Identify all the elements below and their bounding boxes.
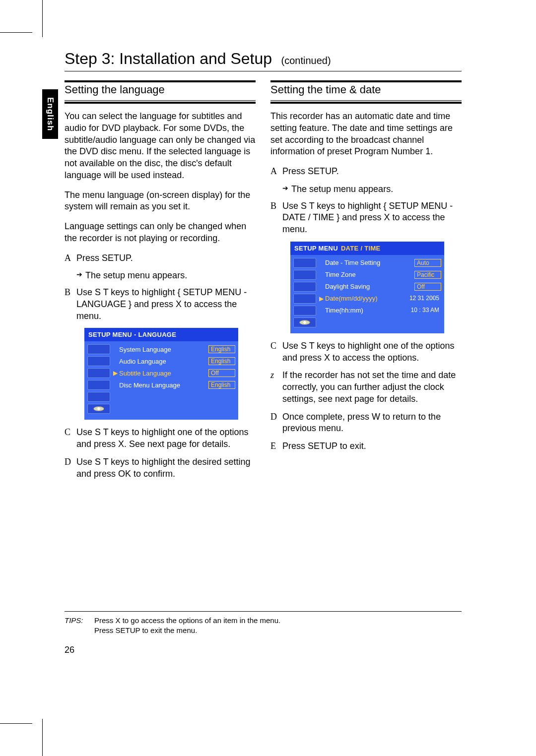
step-text: Press SETUP. — [76, 252, 256, 264]
osd-label: Date - Time Setting — [325, 259, 414, 266]
step-text: Use S T keys to highlight one of the opt… — [282, 340, 462, 364]
right-step-e: E Press SETUP to exit. — [270, 441, 462, 452]
osd-header: SETUP MENU DATE / TIME — [290, 242, 444, 255]
osd-label: Subtitle Language — [119, 370, 208, 377]
osd-row: Time Zone Pacific — [319, 269, 441, 281]
right-bullet: z If the recorder has not set the time a… — [270, 370, 462, 405]
right-column: Setting the time & date This recorder ha… — [270, 80, 462, 486]
osd-value: 12 31 2005 — [407, 295, 441, 303]
osd-header-a: SETUP MENU — [294, 245, 338, 252]
step-letter: C — [65, 427, 76, 450]
osd-label: System Language — [119, 346, 208, 353]
step-text: Press SETUP. — [282, 166, 462, 178]
page-title: Step 3: Installation and Setup — [65, 50, 272, 67]
language-tab-label: English — [45, 97, 55, 131]
disc-icon — [87, 404, 110, 414]
step-text: Use S T keys to highlight the desired se… — [76, 456, 256, 480]
selection-triangle-icon: ▶ — [319, 295, 325, 302]
step-letter: B — [65, 287, 76, 322]
right-heading: Setting the time & date — [270, 83, 462, 98]
right-para-1: This recorder has an automatic date and … — [270, 111, 462, 158]
step-letter: E — [270, 441, 282, 452]
step-text: Use S T keys to highlight one of the opt… — [76, 427, 256, 450]
left-heading: Setting the language — [65, 83, 256, 98]
osd-value: Auto — [414, 259, 441, 267]
tips-line-2: Press SETUP to exit the menu. — [94, 626, 280, 635]
osd-value: English — [208, 381, 235, 389]
osd-row-selected: ▶ Date(mm/dd/yyyy) 12 31 2005 — [319, 293, 441, 305]
step-text: Use S T keys to highlight { SETUP MENU -… — [76, 287, 256, 322]
osd-datetime-menu: SETUP MENU DATE / TIME Date - Time Setti… — [290, 242, 444, 333]
osd-label: Time Zone — [325, 271, 414, 278]
osd-value: 10 : 33 AM — [409, 307, 441, 315]
osd-row: Daylight Saving Off — [319, 281, 441, 293]
osd-row-selected: ▶ Subtitle Language Off — [113, 367, 235, 379]
tips-label: TIPS: — [65, 616, 94, 636]
tips-footer: TIPS: Press X to go access the options o… — [65, 611, 462, 636]
arrow-icon: ➔ — [282, 184, 291, 195]
osd-label: Date(mm/dd/yyyy) — [325, 295, 407, 302]
right-step-b: B Use S T keys to highlight { SETUP MENU… — [270, 200, 462, 236]
step-letter: D — [270, 411, 282, 435]
osd-value: English — [208, 357, 235, 365]
right-step-a-sub: ➔ The setup menu appears. — [270, 184, 462, 195]
osd-value: Off — [208, 369, 235, 377]
step-text: Once complete, press W to return to the … — [282, 411, 462, 435]
page-title-continued: (continued) — [281, 55, 331, 66]
right-step-a: A Press SETUP. — [270, 166, 462, 178]
sub-text: The setup menu appears. — [291, 184, 393, 195]
tips-line-1: Press X to go access the options of an i… — [94, 616, 280, 626]
osd-language-menu: SETUP MENU - LANGUAGE System Language En… — [84, 328, 238, 420]
arrow-icon: ➔ — [76, 270, 85, 282]
page-number: 26 — [65, 645, 74, 655]
left-para-1: You can select the language for subtitle… — [65, 111, 256, 182]
osd-header-b: DATE / TIME — [341, 245, 381, 252]
language-tab: English — [42, 89, 58, 139]
step-letter: D — [65, 456, 76, 480]
left-para-2: The menu language (on-screen display) fo… — [65, 189, 256, 213]
osd-header: SETUP MENU - LANGUAGE — [84, 328, 238, 341]
osd-row: Disc Menu Language English — [113, 379, 235, 391]
step-letter: A — [65, 252, 76, 264]
left-column: Setting the language You can select the … — [65, 80, 256, 486]
selection-triangle-icon: ▶ — [113, 370, 119, 377]
sub-text: The setup menu appears. — [85, 270, 187, 282]
step-text: Use S T keys to highlight { SETUP MENU -… — [282, 200, 462, 236]
osd-label: Audio Language — [119, 358, 208, 365]
osd-label: Disc Menu Language — [119, 381, 208, 389]
bullet-text: If the recorder has not set the time and… — [282, 370, 462, 405]
osd-label: Time(hh:mm) — [325, 307, 409, 314]
osd-value: Pacific — [414, 271, 441, 279]
osd-row: Date - Time Setting Auto — [319, 257, 441, 269]
step-letter: B — [270, 200, 282, 236]
right-step-c: C Use S T keys to highlight one of the o… — [270, 340, 462, 364]
step-letter: C — [270, 340, 282, 364]
step-text: Press SETUP to exit. — [282, 441, 462, 452]
left-para-3: Language settings can only be changed wh… — [65, 221, 256, 245]
left-step-a-sub: ➔ The setup menu appears. — [65, 270, 256, 282]
left-step-d: D Use S T keys to highlight the desired … — [65, 456, 256, 480]
right-step-d: D Once complete, press W to return to th… — [270, 411, 462, 435]
left-step-b: B Use S T keys to highlight { SETUP MENU… — [65, 287, 256, 322]
bullet-mark: z — [270, 370, 282, 405]
osd-value: Off — [414, 283, 441, 291]
osd-row: System Language English — [113, 343, 235, 355]
page-title-row: Step 3: Installation and Setup (continue… — [65, 50, 462, 71]
disc-icon — [293, 317, 316, 327]
osd-value: English — [208, 345, 235, 353]
step-letter: A — [270, 166, 282, 178]
osd-row: Time(hh:mm) 10 : 33 AM — [319, 305, 441, 316]
osd-label: Daylight Saving — [325, 283, 414, 290]
left-step-a: A Press SETUP. — [65, 252, 256, 264]
osd-row: Audio Language English — [113, 355, 235, 367]
left-step-c: C Use S T keys to highlight one of the o… — [65, 427, 256, 450]
